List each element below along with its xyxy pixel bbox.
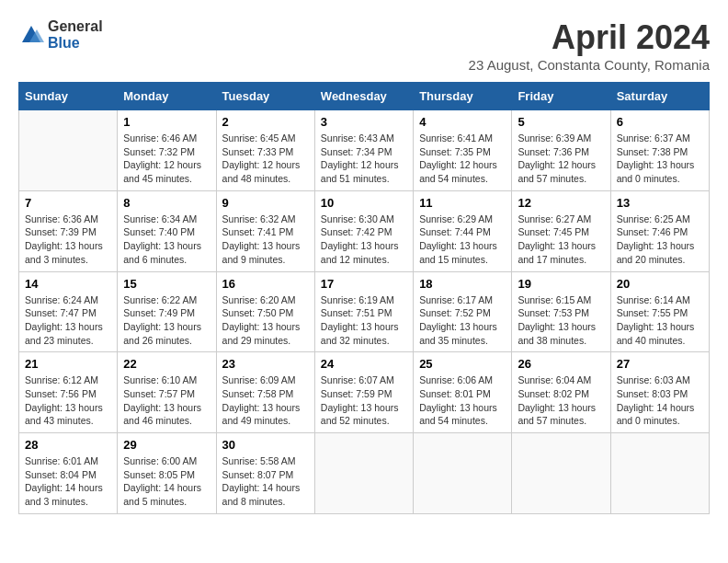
day-info: Sunrise: 6:37 AMSunset: 7:38 PMDaylight:… xyxy=(617,132,703,186)
day-info: Sunrise: 6:04 AMSunset: 8:02 PMDaylight:… xyxy=(518,373,604,428)
calendar-week-row: 28Sunrise: 6:01 AMSunset: 8:04 PMDayligh… xyxy=(19,433,710,514)
day-number: 19 xyxy=(518,277,604,291)
logo-blue-text: Blue xyxy=(48,35,103,52)
calendar-cell: 29Sunrise: 6:00 AMSunset: 8:05 PMDayligh… xyxy=(118,433,216,514)
calendar-cell: 28Sunrise: 6:01 AMSunset: 8:04 PMDayligh… xyxy=(19,433,118,514)
day-number: 21 xyxy=(25,357,111,371)
day-number: 9 xyxy=(222,196,309,210)
day-of-week-header: Thursday xyxy=(414,83,512,110)
logo: General Blue xyxy=(18,18,103,51)
calendar-cell: 4Sunrise: 6:41 AMSunset: 7:35 PMDaylight… xyxy=(414,110,512,191)
day-info: Sunrise: 6:10 AMSunset: 7:57 PMDaylight:… xyxy=(123,373,210,428)
calendar-cell: 14Sunrise: 6:24 AMSunset: 7:47 PMDayligh… xyxy=(19,271,118,352)
header: General Blue April 2024 23 August, Const… xyxy=(18,18,710,73)
calendar-cell: 27Sunrise: 6:03 AMSunset: 8:03 PMDayligh… xyxy=(610,352,709,433)
calendar-cell: 15Sunrise: 6:22 AMSunset: 7:49 PMDayligh… xyxy=(118,271,216,352)
calendar-table: SundayMondayTuesdayWednesdayThursdayFrid… xyxy=(18,82,710,514)
day-number: 26 xyxy=(518,357,604,371)
calendar-cell: 25Sunrise: 6:06 AMSunset: 8:01 PMDayligh… xyxy=(414,352,512,433)
calendar-cell: 12Sunrise: 6:27 AMSunset: 7:45 PMDayligh… xyxy=(512,190,610,271)
day-number: 10 xyxy=(321,196,407,210)
day-number: 13 xyxy=(617,196,703,210)
day-number: 27 xyxy=(617,357,703,371)
day-number: 7 xyxy=(25,196,111,210)
calendar-cell: 2Sunrise: 6:45 AMSunset: 7:33 PMDaylight… xyxy=(216,110,314,191)
day-of-week-header: Monday xyxy=(118,83,216,110)
month-title: April 2024 xyxy=(469,18,710,57)
day-info: Sunrise: 6:41 AMSunset: 7:35 PMDaylight:… xyxy=(419,132,506,186)
day-info: Sunrise: 6:09 AMSunset: 7:58 PMDaylight:… xyxy=(222,373,309,428)
day-number: 2 xyxy=(222,115,309,129)
day-number: 4 xyxy=(419,115,506,129)
calendar-cell: 26Sunrise: 6:04 AMSunset: 8:02 PMDayligh… xyxy=(512,352,610,433)
calendar-cell: 23Sunrise: 6:09 AMSunset: 7:58 PMDayligh… xyxy=(216,352,314,433)
day-number: 6 xyxy=(617,115,703,129)
day-info: Sunrise: 6:29 AMSunset: 7:44 PMDaylight:… xyxy=(419,213,506,267)
calendar-cell: 8Sunrise: 6:34 AMSunset: 7:40 PMDaylight… xyxy=(118,190,216,271)
day-number: 24 xyxy=(321,357,407,371)
calendar-cell xyxy=(314,433,413,514)
title-area: April 2024 23 August, Constanta County, … xyxy=(469,18,710,73)
day-number: 1 xyxy=(123,115,210,129)
calendar-cell: 17Sunrise: 6:19 AMSunset: 7:51 PMDayligh… xyxy=(314,271,413,352)
day-number: 17 xyxy=(321,277,407,291)
logo-icon xyxy=(18,22,44,48)
calendar-cell: 24Sunrise: 6:07 AMSunset: 7:59 PMDayligh… xyxy=(314,352,413,433)
day-number: 12 xyxy=(518,196,604,210)
day-info: Sunrise: 6:12 AMSunset: 7:56 PMDaylight:… xyxy=(25,373,111,428)
calendar-cell: 9Sunrise: 6:32 AMSunset: 7:41 PMDaylight… xyxy=(216,190,314,271)
calendar-cell: 7Sunrise: 6:36 AMSunset: 7:39 PMDaylight… xyxy=(19,190,118,271)
day-header-row: SundayMondayTuesdayWednesdayThursdayFrid… xyxy=(19,83,710,110)
calendar-cell: 22Sunrise: 6:10 AMSunset: 7:57 PMDayligh… xyxy=(118,352,216,433)
day-info: Sunrise: 6:32 AMSunset: 7:41 PMDaylight:… xyxy=(222,213,309,267)
day-number: 18 xyxy=(419,277,506,291)
day-number: 16 xyxy=(222,277,309,291)
calendar-cell: 6Sunrise: 6:37 AMSunset: 7:38 PMDaylight… xyxy=(610,110,709,191)
day-info: Sunrise: 6:36 AMSunset: 7:39 PMDaylight:… xyxy=(25,213,111,267)
day-of-week-header: Friday xyxy=(512,83,610,110)
day-number: 23 xyxy=(222,357,309,371)
logo-general-text: General xyxy=(48,18,103,35)
day-info: Sunrise: 6:07 AMSunset: 7:59 PMDaylight:… xyxy=(321,373,407,428)
day-number: 5 xyxy=(518,115,604,129)
day-info: Sunrise: 5:58 AMSunset: 8:07 PMDaylight:… xyxy=(222,454,309,509)
day-of-week-header: Saturday xyxy=(610,83,709,110)
calendar-cell: 10Sunrise: 6:30 AMSunset: 7:42 PMDayligh… xyxy=(314,190,413,271)
calendar-week-row: 21Sunrise: 6:12 AMSunset: 7:56 PMDayligh… xyxy=(19,352,710,433)
calendar-cell: 13Sunrise: 6:25 AMSunset: 7:46 PMDayligh… xyxy=(610,190,709,271)
calendar-cell xyxy=(512,433,610,514)
calendar-cell: 3Sunrise: 6:43 AMSunset: 7:34 PMDaylight… xyxy=(314,110,413,191)
day-info: Sunrise: 6:34 AMSunset: 7:40 PMDaylight:… xyxy=(123,213,210,267)
calendar-cell: 30Sunrise: 5:58 AMSunset: 8:07 PMDayligh… xyxy=(216,433,314,514)
day-info: Sunrise: 6:03 AMSunset: 8:03 PMDaylight:… xyxy=(617,373,703,428)
day-of-week-header: Tuesday xyxy=(216,83,314,110)
day-number: 30 xyxy=(222,438,309,452)
day-info: Sunrise: 6:00 AMSunset: 8:05 PMDaylight:… xyxy=(123,454,210,509)
calendar-cell xyxy=(19,110,118,191)
day-number: 15 xyxy=(123,277,210,291)
day-number: 28 xyxy=(25,438,111,452)
calendar-cell xyxy=(610,433,709,514)
day-number: 11 xyxy=(419,196,506,210)
day-info: Sunrise: 6:45 AMSunset: 7:33 PMDaylight:… xyxy=(222,132,309,186)
day-number: 8 xyxy=(123,196,210,210)
day-info: Sunrise: 6:15 AMSunset: 7:53 PMDaylight:… xyxy=(518,293,604,348)
calendar-cell: 19Sunrise: 6:15 AMSunset: 7:53 PMDayligh… xyxy=(512,271,610,352)
day-number: 20 xyxy=(617,277,703,291)
day-info: Sunrise: 6:20 AMSunset: 7:50 PMDaylight:… xyxy=(222,293,309,348)
calendar-cell: 20Sunrise: 6:14 AMSunset: 7:55 PMDayligh… xyxy=(610,271,709,352)
day-of-week-header: Wednesday xyxy=(314,83,413,110)
day-info: Sunrise: 6:17 AMSunset: 7:52 PMDaylight:… xyxy=(419,293,506,348)
day-info: Sunrise: 6:46 AMSunset: 7:32 PMDaylight:… xyxy=(123,132,210,186)
calendar-cell: 11Sunrise: 6:29 AMSunset: 7:44 PMDayligh… xyxy=(414,190,512,271)
day-number: 25 xyxy=(419,357,506,371)
day-info: Sunrise: 6:22 AMSunset: 7:49 PMDaylight:… xyxy=(123,293,210,348)
day-info: Sunrise: 6:27 AMSunset: 7:45 PMDaylight:… xyxy=(518,213,604,267)
day-info: Sunrise: 6:01 AMSunset: 8:04 PMDaylight:… xyxy=(25,454,111,509)
day-info: Sunrise: 6:25 AMSunset: 7:46 PMDaylight:… xyxy=(617,213,703,267)
calendar-cell: 16Sunrise: 6:20 AMSunset: 7:50 PMDayligh… xyxy=(216,271,314,352)
calendar-week-row: 1Sunrise: 6:46 AMSunset: 7:32 PMDaylight… xyxy=(19,110,710,191)
calendar-cell: 18Sunrise: 6:17 AMSunset: 7:52 PMDayligh… xyxy=(414,271,512,352)
day-of-week-header: Sunday xyxy=(19,83,118,110)
calendar-week-row: 14Sunrise: 6:24 AMSunset: 7:47 PMDayligh… xyxy=(19,271,710,352)
